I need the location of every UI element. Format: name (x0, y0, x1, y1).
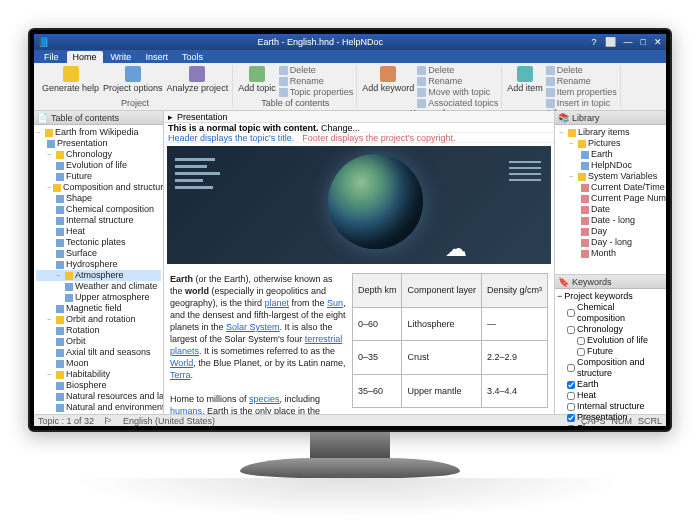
topic-properties-button[interactable]: Topic properties (279, 87, 354, 97)
crumb-topic[interactable]: Presentation (177, 112, 228, 122)
project-options-button[interactable]: Project options (102, 65, 164, 94)
close-icon[interactable]: ✕ (654, 37, 662, 47)
toc-item[interactable]: Human geography (36, 413, 161, 414)
minimize-icon[interactable]: — (624, 37, 633, 47)
keyword-item[interactable]: Heat (557, 390, 664, 401)
link-solar-system[interactable]: Solar System (226, 322, 280, 332)
status-caps: CAPS (581, 416, 606, 426)
toc-item[interactable]: Chemical composition (36, 204, 161, 215)
status-topic: Topic : 1 of 32 (38, 416, 94, 426)
toc-icon: 📄 (37, 113, 48, 123)
article-text: Earth (or the Earth), otherwise known as… (170, 273, 346, 408)
move-keyword-button[interactable]: Move with topic (417, 87, 498, 97)
toc-header: 📄Table of contents (34, 111, 163, 125)
toc-item[interactable]: −Atmosphere (36, 270, 161, 281)
toc-item[interactable]: Natural resources and land use (36, 391, 161, 402)
help-icon[interactable]: ? (592, 37, 597, 47)
globe-image (328, 154, 423, 249)
crumb-arrow-icon: ▸ (168, 112, 173, 122)
delete-topic-button[interactable]: Delete (279, 65, 354, 75)
toc-item[interactable]: Moon (36, 358, 161, 369)
toc-item[interactable]: Heat (36, 226, 161, 237)
toc-tree[interactable]: −Earth from WikipediaPresentation−Chrono… (34, 125, 163, 414)
toc-item[interactable]: Biosphere (36, 380, 161, 391)
keywords-header: 🔖Keywords (555, 275, 666, 289)
associated-topics-button[interactable]: Associated topics (417, 98, 498, 108)
status-lang[interactable]: English (United States) (123, 416, 215, 426)
toc-item[interactable]: Upper atmosphere (36, 292, 161, 303)
toc-item[interactable]: Tectonic plates (36, 237, 161, 248)
toc-item[interactable]: Hydrosphere (36, 259, 161, 270)
generate-help-button[interactable]: Generate help (41, 65, 100, 94)
toc-item[interactable]: Magnetic field (36, 303, 161, 314)
app-icon: 📘 (38, 37, 49, 47)
keywords-list[interactable]: −Project keywordsChemical compositionChr… (555, 289, 666, 426)
library-tree[interactable]: −Library items −Pictures Earth HelpNDoc … (555, 125, 666, 261)
rename-topic-button[interactable]: Rename (279, 76, 354, 86)
add-topic-button[interactable]: Add topic (237, 65, 277, 94)
hero-image (167, 146, 551, 264)
window-title: Earth - English.hnd - HelpNDoc (49, 37, 592, 47)
maximize-icon[interactable]: □ (641, 37, 646, 47)
toc-item[interactable]: Future (36, 171, 161, 182)
link-planet[interactable]: planet (265, 298, 290, 308)
rename-item-button[interactable]: Rename (546, 76, 617, 86)
link-terra[interactable]: Terra (170, 370, 191, 380)
keyword-item[interactable]: Chemical composition (557, 302, 664, 324)
keywords-icon: 🔖 (558, 277, 569, 287)
menubar: File Home Write Insert Tools (34, 50, 666, 63)
rename-keyword-button[interactable]: Rename (417, 76, 498, 86)
delete-item-button[interactable]: Delete (546, 65, 617, 75)
toc-item[interactable]: −Orbit and rotation (36, 314, 161, 325)
delete-keyword-button[interactable]: Delete (417, 65, 498, 75)
analyze-project-button[interactable]: Analyze project (166, 65, 230, 94)
keyword-item[interactable]: Chronology (557, 324, 664, 335)
footer-info: Footer displays the project's copyright. (302, 133, 455, 142)
link-sun[interactable]: Sun (327, 298, 343, 308)
keyword-item[interactable]: Internal structure (557, 401, 664, 412)
toc-item[interactable]: Internal structure (36, 215, 161, 226)
toc-item[interactable]: −Composition and structure (36, 182, 161, 193)
layers-table: Depth kmComponent layerDensity g/cm³ 0–6… (352, 273, 548, 408)
keyword-item[interactable]: Composition and structure (557, 357, 664, 379)
breadcrumb: ▸ Presentation (164, 111, 554, 123)
item-properties-button[interactable]: Item properties (546, 87, 617, 97)
add-keyword-button[interactable]: Add keyword (361, 65, 415, 94)
toc-item[interactable]: Evolution of life (36, 160, 161, 171)
link-world[interactable]: World (170, 358, 193, 368)
toc-item[interactable]: −Habitability (36, 369, 161, 380)
library-header: 📚Library (555, 111, 666, 125)
toc-item[interactable]: Rotation (36, 325, 161, 336)
link-humans[interactable]: humans (170, 406, 202, 414)
toc-item[interactable]: Presentation (36, 138, 161, 149)
insert-in-topic-button[interactable]: Insert in topic (546, 98, 617, 108)
menu-insert[interactable]: Insert (139, 51, 174, 63)
fullscreen-icon[interactable]: ⬜ (605, 37, 616, 47)
menu-file[interactable]: File (38, 51, 65, 63)
header-info: Header displays the topic's title. (168, 133, 294, 142)
menu-tools[interactable]: Tools (176, 51, 209, 63)
status-flag-icon: 🏳 (104, 416, 113, 426)
keyword-item[interactable]: Evolution of life (557, 335, 664, 346)
toc-item[interactable]: Axial tilt and seasons (36, 347, 161, 358)
table-row: 0–35Crust2.2–2.9 (352, 341, 547, 375)
link-species[interactable]: species (249, 394, 280, 404)
table-row: 0–60Lithosphere— (352, 307, 547, 341)
menu-write[interactable]: Write (105, 51, 138, 63)
toc-item[interactable]: Natural and environmental hazards (36, 402, 161, 413)
add-item-button[interactable]: Add item (506, 65, 544, 94)
ribbon: Generate help Project options Analyze pr… (34, 63, 666, 111)
toc-item[interactable]: −Chronology (36, 149, 161, 160)
keyword-item[interactable]: Earth (557, 379, 664, 390)
cloud-icon (445, 236, 471, 252)
keyword-item[interactable]: Future (557, 346, 664, 357)
library-icon: 📚 (558, 113, 569, 123)
toc-item[interactable]: Weather and climate (36, 281, 161, 292)
toc-item[interactable]: Surface (36, 248, 161, 259)
titlebar: 📘 Earth - English.hnd - HelpNDoc ? ⬜ — □… (34, 34, 666, 50)
menu-home[interactable]: Home (67, 51, 103, 63)
ribbon-group-project: Project (121, 98, 149, 108)
toc-item[interactable]: Shape (36, 193, 161, 204)
toc-item[interactable]: Orbit (36, 336, 161, 347)
change-link[interactable]: Change... (321, 123, 360, 133)
